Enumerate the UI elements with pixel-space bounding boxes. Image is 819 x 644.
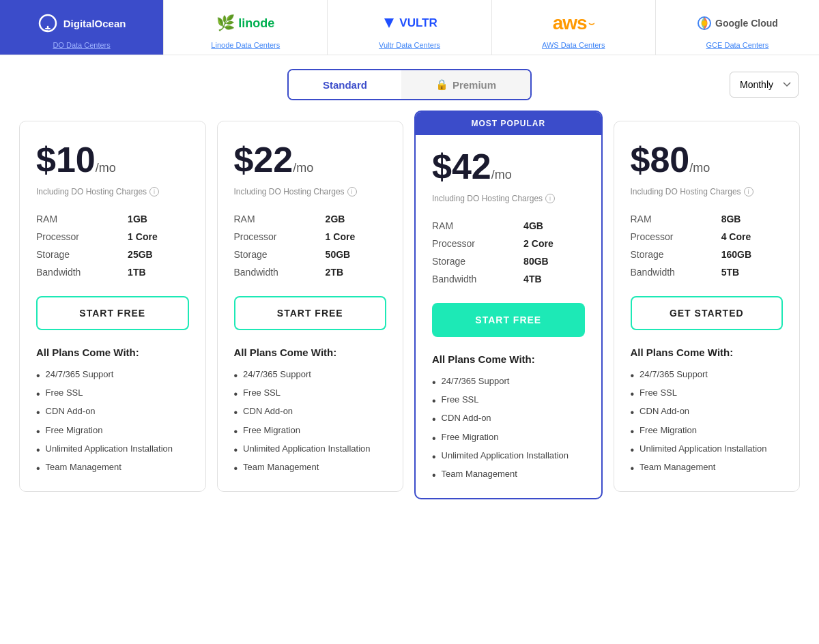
spec-row-bandwidth: Bandwidth 2TB <box>234 263 387 281</box>
spec-row-bandwidth: Bandwidth 5TB <box>631 263 784 281</box>
feature-list-22: 24/7/365 Support Free SSL CDN Add-on Fre… <box>234 366 387 478</box>
provider-digitalocean[interactable]: DigitalOcean DO Data Centers <box>0 0 164 55</box>
provider-logo-aws: aws ⌣ <box>553 10 594 37</box>
controls-row: Standard 🔒 Premium Monthly Yearly <box>0 55 819 114</box>
features-heading-42: All Plans Come With: <box>432 353 585 365</box>
spec-row-bandwidth: Bandwidth 1TB <box>36 263 189 281</box>
feature-list-10: 24/7/365 Support Free SSL CDN Add-on Fre… <box>36 366 189 478</box>
feature-item: Free SSL <box>234 385 387 403</box>
spec-row-ram: RAM 8GB <box>631 210 784 228</box>
price-80: $80/mo <box>631 142 784 177</box>
spec-row-storage: Storage 50GB <box>234 246 387 263</box>
spec-row-ram: RAM 2GB <box>234 210 387 228</box>
feature-item: Free Migration <box>432 429 585 448</box>
feature-item: Team Management <box>432 466 585 484</box>
plans-container: $10/mo Including DO Hosting Charges i RA… <box>0 114 819 520</box>
do-data-centers-link[interactable]: DO Data Centers <box>53 41 110 49</box>
lock-icon: 🔒 <box>435 78 448 91</box>
feature-item: 24/7/365 Support <box>432 373 585 392</box>
cta-button-22[interactable]: START FREE <box>234 296 387 330</box>
provider-gcp[interactable]: Google Cloud GCE Data Centers <box>656 0 819 55</box>
premium-plan-button[interactable]: 🔒 Premium <box>401 70 530 99</box>
spec-row-processor: Processor 1 Core <box>36 228 189 246</box>
popular-badge: MOST POPULAR <box>416 112 601 135</box>
features-heading-22: All Plans Come With: <box>234 347 387 358</box>
provider-logo-do: DigitalOcean <box>38 10 126 37</box>
price-42: $42/mo <box>432 149 585 184</box>
spec-row-processor: Processor 4 Core <box>631 228 784 246</box>
price-22: $22/mo <box>234 142 387 177</box>
info-icon-22[interactable]: i <box>347 187 357 196</box>
feature-item: Free SSL <box>631 385 784 403</box>
hosting-note-42: Including DO Hosting Charges i <box>432 194 585 203</box>
provider-bar: DigitalOcean DO Data Centers 🌿 linode Li… <box>0 0 819 55</box>
spec-row-processor: Processor 2 Core <box>432 235 585 252</box>
gce-data-centers-link[interactable]: GCE Data Centers <box>706 41 769 49</box>
provider-logo-gcp: Google Cloud <box>697 10 778 37</box>
provider-vultr[interactable]: VULTR Vultr Data Centers <box>328 0 491 55</box>
spec-row-ram: RAM 4GB <box>432 217 585 235</box>
feature-list-42: 24/7/365 Support Free SSL CDN Add-on Fre… <box>432 373 585 484</box>
info-icon-10[interactable]: i <box>149 187 159 196</box>
cta-button-10[interactable]: START FREE <box>36 296 189 330</box>
feature-item: Unlimited Application Installation <box>631 441 784 459</box>
feature-item: Team Management <box>631 459 784 478</box>
feature-item: CDN Add-on <box>36 403 189 422</box>
standard-plan-button[interactable]: Standard <box>289 70 401 99</box>
specs-table-42: RAM 4GB Processor 2 Core Storage 80GB Ba… <box>432 217 585 288</box>
specs-table-80: RAM 8GB Processor 4 Core Storage 160GB B… <box>631 210 784 281</box>
provider-logo-vultr: VULTR <box>382 10 437 37</box>
gcp-icon <box>697 16 712 31</box>
do-icon <box>38 13 58 33</box>
feature-item: Team Management <box>234 459 387 478</box>
plan-toggle: Standard 🔒 Premium <box>287 69 532 100</box>
feature-item: CDN Add-on <box>432 410 585 428</box>
plan-card-10: $10/mo Including DO Hosting Charges i RA… <box>19 121 206 492</box>
info-icon-80[interactable]: i <box>744 187 753 196</box>
feature-item: Unlimited Application Installation <box>432 448 585 466</box>
feature-item: Free SSL <box>432 392 585 410</box>
spec-row-ram: RAM 1GB <box>36 210 189 228</box>
vultr-data-centers-link[interactable]: Vultr Data Centers <box>379 41 440 49</box>
cta-button-80[interactable]: GET STARTED <box>631 296 784 330</box>
feature-item: Free SSL <box>36 385 189 403</box>
specs-table-22: RAM 2GB Processor 1 Core Storage 50GB Ba… <box>234 210 387 281</box>
billing-select[interactable]: Monthly Yearly <box>730 72 799 98</box>
linode-data-centers-link[interactable]: Linode Data Centers <box>211 41 280 49</box>
vultr-icon <box>382 16 397 31</box>
feature-item: Team Management <box>36 459 189 478</box>
plan-card-22: $22/mo Including DO Hosting Charges i RA… <box>217 121 404 492</box>
feature-list-80: 24/7/365 Support Free SSL CDN Add-on Fre… <box>631 366 784 478</box>
plan-card-80: $80/mo Including DO Hosting Charges i RA… <box>614 121 801 492</box>
feature-item: CDN Add-on <box>234 403 387 422</box>
features-heading-10: All Plans Come With: <box>36 347 189 358</box>
provider-linode[interactable]: 🌿 linode Linode Data Centers <box>164 0 328 55</box>
spec-row-processor: Processor 1 Core <box>234 228 387 246</box>
plan-card-42: MOST POPULAR $42/mo Including DO Hosting… <box>414 111 603 499</box>
hosting-note-80: Including DO Hosting Charges i <box>631 187 784 196</box>
svg-marker-1 <box>384 18 394 28</box>
feature-item: Free Migration <box>36 422 189 441</box>
provider-aws[interactable]: aws ⌣ AWS Data Centers <box>492 0 656 55</box>
specs-table-10: RAM 1GB Processor 1 Core Storage 25GB Ba… <box>36 210 189 281</box>
hosting-note-22: Including DO Hosting Charges i <box>234 187 387 196</box>
feature-item: 24/7/365 Support <box>631 366 784 385</box>
spec-row-storage: Storage 160GB <box>631 246 784 263</box>
hosting-note-10: Including DO Hosting Charges i <box>36 187 189 196</box>
price-10: $10/mo <box>36 142 189 177</box>
feature-item: Free Migration <box>631 422 784 441</box>
spec-row-storage: Storage 80GB <box>432 252 585 270</box>
feature-item: Unlimited Application Installation <box>36 441 189 459</box>
feature-item: Unlimited Application Installation <box>234 441 387 459</box>
feature-item: CDN Add-on <box>631 403 784 422</box>
spec-row-storage: Storage 25GB <box>36 246 189 263</box>
features-heading-80: All Plans Come With: <box>631 347 784 358</box>
svg-point-3 <box>702 20 707 26</box>
aws-data-centers-link[interactable]: AWS Data Centers <box>542 41 605 49</box>
spec-row-bandwidth: Bandwidth 4TB <box>432 270 585 288</box>
info-icon-42[interactable]: i <box>545 194 555 203</box>
feature-item: 24/7/365 Support <box>234 366 387 385</box>
provider-logo-linode: 🌿 linode <box>216 10 274 37</box>
feature-item: Free Migration <box>234 422 387 441</box>
cta-button-42[interactable]: START FREE <box>432 303 585 337</box>
